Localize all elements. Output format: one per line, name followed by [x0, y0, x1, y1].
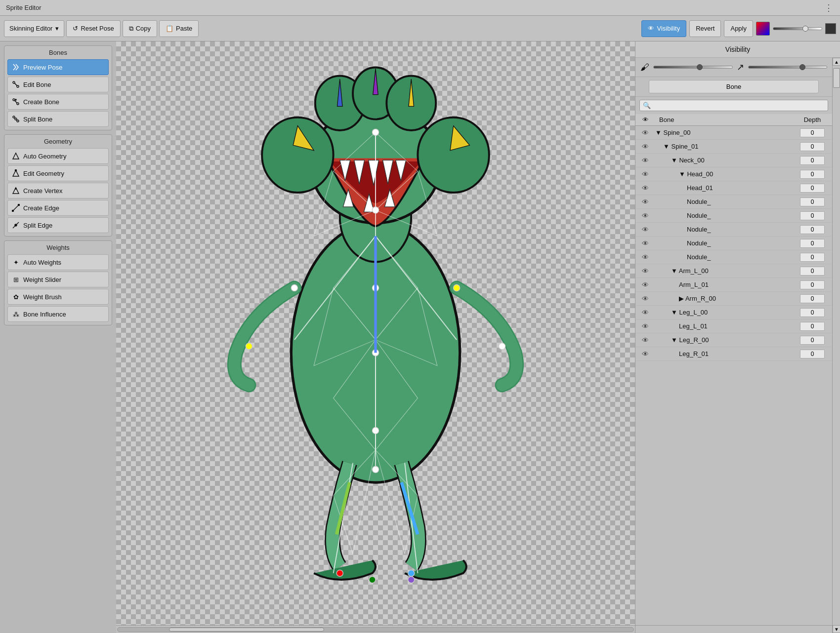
opacity-thumb-left[interactable]: [697, 64, 703, 70]
preview-pose-btn[interactable]: Preview Pose: [7, 59, 109, 75]
scroll-up-btn[interactable]: ▲: [833, 58, 840, 66]
bone-visibility-toggle[interactable]: 👁: [635, 198, 655, 206]
table-row[interactable]: 👁▶ Arm_R_00: [635, 292, 832, 306]
visibility-button[interactable]: 👁 Visibility: [641, 20, 686, 37]
scroll-down-btn[interactable]: ▼: [833, 625, 840, 633]
create-bone-btn[interactable]: Create Bone: [7, 94, 109, 110]
auto-geometry-btn[interactable]: Auto Geometry: [7, 148, 109, 164]
bone-depth-value[interactable]: [793, 156, 832, 165]
bone-tab-button[interactable]: Bone: [649, 80, 819, 93]
bone-visibility-toggle[interactable]: 👁: [635, 322, 655, 330]
bone-depth-input[interactable]: [800, 308, 825, 317]
bone-depth-value[interactable]: [793, 142, 832, 151]
bone-depth-value[interactable]: [793, 225, 832, 234]
bone-depth-input[interactable]: [800, 239, 825, 248]
color-swatch[interactable]: [756, 22, 770, 36]
grid-icon[interactable]: [825, 23, 836, 34]
bone-visibility-toggle[interactable]: 👁: [635, 281, 655, 289]
create-edge-btn[interactable]: Create Edge: [7, 200, 109, 216]
table-row[interactable]: 👁Nodule_: [635, 223, 832, 237]
bone-depth-input[interactable]: [800, 156, 825, 165]
canvas-scrollbar-horizontal[interactable]: [116, 625, 635, 633]
brightness-thumb[interactable]: [802, 26, 808, 32]
bone-visibility-toggle[interactable]: 👁: [635, 157, 655, 164]
table-row[interactable]: 👁▼ Head_00: [635, 167, 832, 181]
paste-button[interactable]: 📋 Paste: [159, 20, 199, 37]
bone-depth-value[interactable]: [793, 267, 832, 276]
bone-visibility-toggle[interactable]: 👁: [635, 309, 655, 316]
edit-bone-btn[interactable]: Edit Bone: [7, 77, 109, 92]
split-bone-btn[interactable]: Split Bone: [7, 111, 109, 127]
bone-visibility-toggle[interactable]: 👁: [635, 226, 655, 234]
bone-depth-input[interactable]: [800, 294, 825, 303]
v-scrollbar-track[interactable]: [833, 66, 840, 625]
bone-depth-input[interactable]: [800, 170, 825, 179]
split-edge-btn[interactable]: Split Edge: [7, 217, 109, 233]
weight-slider-btn[interactable]: ⊞ Weight Slider: [7, 272, 109, 287]
v-scrollbar-thumb[interactable]: [833, 68, 840, 88]
revert-button[interactable]: Revert: [689, 20, 721, 37]
auto-weights-btn[interactable]: ✦ Auto Weights: [7, 254, 109, 270]
title-bar-menu-icon[interactable]: ⋮: [824, 2, 834, 13]
bone-visibility-toggle[interactable]: 👁: [635, 253, 655, 261]
bone-depth-input[interactable]: [800, 322, 825, 331]
bone-depth-input[interactable]: [800, 267, 825, 276]
bone-depth-value[interactable]: [793, 128, 832, 137]
bone-visibility-toggle[interactable]: 👁: [635, 184, 655, 192]
apply-button[interactable]: Apply: [724, 20, 753, 37]
reset-pose-button[interactable]: ↺ Reset Pose: [66, 20, 120, 37]
bone-depth-value[interactable]: [793, 184, 832, 193]
table-row[interactable]: 👁▼ Arm_L_00: [635, 264, 832, 278]
bone-influence-btn[interactable]: ⁂ Bone Influence: [7, 306, 109, 322]
table-row[interactable]: 👁Nodule_: [635, 250, 832, 264]
bone-depth-input[interactable]: [800, 336, 825, 345]
table-row[interactable]: 👁▼ Leg_L_00: [635, 306, 832, 319]
opacity-slider-left[interactable]: [653, 66, 733, 69]
table-row[interactable]: 👁Head_01: [635, 181, 832, 195]
bone-search-input[interactable]: [651, 102, 825, 109]
bone-depth-input[interactable]: [800, 211, 825, 220]
bone-depth-value[interactable]: [793, 336, 832, 345]
bone-depth-value[interactable]: [793, 280, 832, 289]
bone-visibility-toggle[interactable]: 👁: [635, 350, 655, 358]
bone-depth-input[interactable]: [800, 128, 825, 137]
weight-brush-btn[interactable]: ✿ Weight Brush: [7, 289, 109, 305]
bone-depth-input[interactable]: [800, 225, 825, 234]
bone-depth-value[interactable]: [793, 211, 832, 220]
bone-depth-value[interactable]: [793, 350, 832, 358]
bone-depth-input[interactable]: [800, 184, 825, 193]
bone-visibility-toggle[interactable]: 👁: [635, 143, 655, 151]
table-row[interactable]: 👁▼ Spine_01: [635, 140, 832, 154]
table-row[interactable]: 👁▼ Neck_00: [635, 154, 832, 167]
bone-depth-input[interactable]: [800, 142, 825, 151]
table-row[interactable]: 👁Nodule_: [635, 195, 832, 209]
table-row[interactable]: 👁Nodule_: [635, 209, 832, 223]
bone-visibility-toggle[interactable]: 👁: [635, 239, 655, 247]
bone-depth-value[interactable]: [793, 198, 832, 206]
table-row[interactable]: 👁▼ Leg_R_00: [635, 333, 832, 347]
brightness-slider[interactable]: [773, 27, 822, 30]
h-scrollbar-thumb[interactable]: [169, 628, 324, 632]
bone-visibility-toggle[interactable]: 👁: [635, 267, 655, 275]
opacity-thumb-right[interactable]: [799, 64, 805, 70]
h-scrollbar-track[interactable]: [117, 627, 634, 632]
table-row[interactable]: 👁Leg_L_01: [635, 319, 832, 333]
canvas-viewport[interactable]: [116, 41, 635, 625]
bone-depth-input[interactable]: [800, 280, 825, 289]
bone-depth-value[interactable]: [793, 170, 832, 179]
bone-depth-value[interactable]: [793, 322, 832, 331]
bone-depth-input[interactable]: [800, 198, 825, 206]
bone-visibility-toggle[interactable]: 👁: [635, 212, 655, 220]
table-row[interactable]: 👁Nodule_: [635, 237, 832, 250]
right-panel-scrollbar-vertical[interactable]: ▲ ▼: [832, 58, 840, 633]
create-vertex-btn[interactable]: Create Vertex: [7, 183, 109, 198]
table-row[interactable]: 👁Arm_L_01: [635, 278, 832, 292]
bone-depth-value[interactable]: [793, 308, 832, 317]
bone-visibility-toggle[interactable]: 👁: [635, 295, 655, 303]
bone-depth-value[interactable]: [793, 253, 832, 262]
bone-visibility-toggle[interactable]: 👁: [635, 170, 655, 178]
bone-depth-input[interactable]: [800, 350, 825, 358]
bone-visibility-toggle[interactable]: 👁: [635, 336, 655, 344]
opacity-slider-right[interactable]: [748, 66, 828, 69]
bone-depth-value[interactable]: [793, 239, 832, 248]
